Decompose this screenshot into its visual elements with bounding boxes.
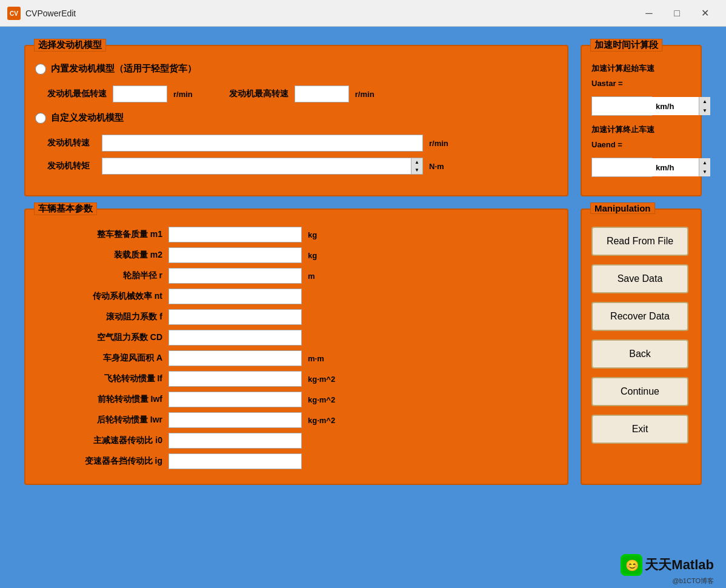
vehicle-panel: 车辆基本参数 整车整备质量 m1kg装载质量 m2kg轮胎半径 rm传动系机械效…	[24, 209, 568, 485]
accel-start-input[interactable]	[592, 97, 699, 115]
rpm-label: 发动机转速	[47, 138, 96, 149]
param-row-5: 空气阻力系数 CD	[35, 330, 558, 346]
accel-end-arrows: ▲ ▼	[699, 158, 710, 176]
accel-start-spinbox: ▲ ▼	[591, 96, 652, 116]
engine-option1-label: 内置发动机模型（适用于轻型货车）	[51, 63, 196, 75]
accel-end-down-arrow[interactable]: ▼	[699, 167, 710, 176]
accel-start-title: 加速计算起始车速	[591, 63, 691, 74]
recover-data-button[interactable]: Recover Data	[591, 302, 688, 331]
back-button[interactable]: Back	[591, 339, 688, 369]
vehicle-panel-legend: 车辆基本参数	[34, 202, 97, 215]
accel-start-up-arrow[interactable]: ▲	[699, 97, 710, 106]
param-label-10: 主减速器传动比 i0	[35, 435, 162, 446]
torque-arrows: ▲ ▼	[411, 158, 422, 174]
continue-button[interactable]: Continue	[591, 377, 688, 406]
param-input-3[interactable]	[168, 289, 302, 304]
param-input-0[interactable]	[168, 227, 302, 242]
watermark-sub: @b1CTO博客	[673, 576, 714, 586]
param-input-1[interactable]	[168, 247, 302, 263]
accel-start-down-arrow[interactable]: ▼	[699, 106, 710, 115]
torque-label: 发动机转矩	[47, 161, 96, 172]
param-input-2[interactable]	[168, 268, 302, 284]
accel-end-var: Uaend =	[591, 140, 622, 149]
bottom-row: 车辆基本参数 整车整备质量 m1kg装载质量 m2kg轮胎半径 rm传动系机械效…	[24, 209, 702, 485]
param-row-8: 前轮转动惯量 Iwfkg·m^2	[35, 392, 558, 407]
app-title: CVPowerEdit	[25, 8, 635, 18]
param-row-1: 装载质量 m2kg	[35, 247, 558, 263]
svg-text:😊: 😊	[625, 559, 639, 572]
param-row-4: 滚动阻力系数 f	[35, 309, 558, 325]
engine-option1-radio[interactable]	[35, 64, 46, 75]
torque-row: 发动机转矩 ▲ ▼ N·m	[35, 158, 558, 175]
minimize-button[interactable]: ─	[635, 0, 663, 27]
watermark: 😊 天天Matlab @b1CTO博客	[621, 554, 714, 576]
param-input-5[interactable]	[168, 330, 302, 346]
max-speed-input[interactable]	[295, 85, 349, 102]
engine-panel-legend: 选择发动机模型	[34, 39, 106, 52]
app-icon: CV	[7, 7, 21, 20]
main-content: 选择发动机模型 内置发动机模型（适用于轻型货车） 发动机最低转速 r/min 发…	[0, 27, 726, 588]
torque-spinbox: ▲ ▼	[102, 158, 423, 175]
min-speed-input[interactable]	[113, 85, 167, 102]
save-data-button[interactable]: Save Data	[591, 264, 688, 293]
accel-end-input-row: ▲ ▼ km/h	[591, 158, 691, 177]
rpm-input[interactable]	[102, 135, 423, 152]
accel-end-title: 加速计算终止车速	[591, 124, 691, 135]
param-input-9[interactable]	[168, 412, 302, 428]
param-label-0: 整车整备质量 m1	[35, 229, 162, 240]
max-speed-unit: r/min	[355, 90, 375, 99]
param-rows: 整车整备质量 m1kg装载质量 m2kg轮胎半径 rm传动系机械效率 nt滚动阻…	[35, 227, 558, 469]
param-row-11: 变速器各挡传动比 ig	[35, 453, 558, 469]
param-row-7: 飞轮转动惯量 Ifkg·m^2	[35, 371, 558, 387]
param-input-4[interactable]	[168, 309, 302, 325]
param-unit-9: kg·m^2	[308, 416, 344, 425]
accel-start-unit: km/h	[656, 102, 674, 111]
close-button[interactable]: ✕	[691, 0, 719, 27]
param-label-2: 轮胎半径 r	[35, 270, 162, 281]
accel-panel: 加速时间计算段 加速计算起始车速 Uastar = ▲ ▼ km/h 加速计算终…	[581, 45, 702, 196]
rpm-row: 发动机转速 r/min	[35, 135, 558, 152]
accel-panel-legend: 加速时间计算段	[590, 39, 662, 52]
param-input-11[interactable]	[168, 453, 302, 469]
param-unit-1: kg	[308, 251, 344, 260]
param-label-11: 变速器各挡传动比 ig	[35, 456, 162, 467]
param-input-6[interactable]	[168, 350, 302, 366]
param-row-3: 传动系机械效率 nt	[35, 289, 558, 304]
torque-input[interactable]	[102, 158, 411, 174]
maximize-button[interactable]: □	[663, 0, 691, 27]
svg-text:CV: CV	[10, 10, 18, 17]
exit-button[interactable]: Exit	[591, 415, 688, 444]
param-unit-6: m·m	[308, 354, 344, 363]
min-speed-unit: r/min	[173, 90, 193, 99]
manip-panel-legend: Manipulation	[590, 202, 655, 214]
param-label-8: 前轮转动惯量 Iwf	[35, 394, 162, 405]
engine-option2-label: 自定义发动机模型	[51, 112, 124, 124]
param-input-10[interactable]	[168, 433, 302, 449]
param-label-6: 车身迎风面积 A	[35, 353, 162, 364]
min-speed-label: 发动机最低转速	[47, 89, 107, 99]
accel-start-arrows: ▲ ▼	[699, 97, 710, 115]
param-label-5: 空气阻力系数 CD	[35, 332, 162, 343]
param-input-7[interactable]	[168, 371, 302, 387]
manip-buttons: Read From FileSave DataRecover DataBackC…	[591, 227, 691, 444]
engine-option2-radio[interactable]	[35, 113, 46, 124]
param-label-1: 装载质量 m2	[35, 250, 162, 261]
accel-end-input[interactable]	[592, 158, 699, 176]
param-unit-7: kg·m^2	[308, 375, 344, 384]
accel-start-input-row: ▲ ▼ km/h	[591, 96, 691, 116]
param-label-7: 飞轮转动惯量 If	[35, 373, 162, 384]
window-controls: ─ □ ✕	[635, 0, 719, 27]
top-row: 选择发动机模型 内置发动机模型（适用于轻型货车） 发动机最低转速 r/min 发…	[24, 45, 702, 196]
read-from-file-button[interactable]: Read From File	[591, 227, 688, 256]
accel-end-up-arrow[interactable]: ▲	[699, 158, 710, 167]
param-input-8[interactable]	[168, 392, 302, 407]
param-label-9: 后轮转动惯量 Iwr	[35, 415, 162, 426]
max-speed-label: 发动机最高转速	[229, 89, 288, 99]
engine-panel: 选择发动机模型 内置发动机模型（适用于轻型货车） 发动机最低转速 r/min 发…	[24, 45, 568, 196]
manip-panel: Manipulation Read From FileSave DataReco…	[581, 209, 702, 485]
param-row-9: 后轮转动惯量 Iwrkg·m^2	[35, 412, 558, 428]
torque-up-arrow[interactable]: ▲	[411, 158, 422, 166]
speed-row: 发动机最低转速 r/min 发动机最高转速 r/min	[35, 85, 558, 102]
param-label-4: 滚动阻力系数 f	[35, 312, 162, 322]
torque-down-arrow[interactable]: ▼	[411, 166, 422, 174]
